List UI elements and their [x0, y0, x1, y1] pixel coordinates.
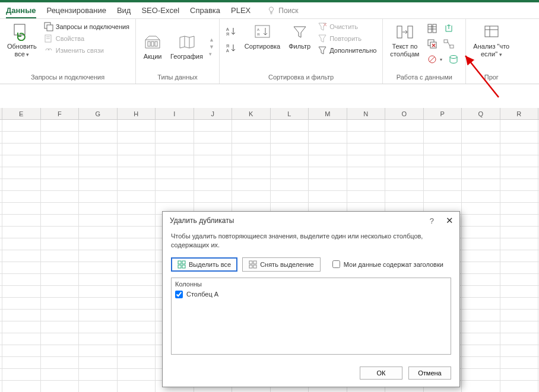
cell[interactable] — [2, 132, 41, 143]
cell[interactable] — [2, 238, 41, 250]
column-header[interactable]: L — [271, 108, 309, 119]
cell[interactable] — [500, 369, 539, 380]
cell[interactable] — [271, 144, 309, 155]
cell[interactable] — [462, 286, 500, 297]
tab-view[interactable]: Вид — [117, 6, 131, 15]
expand-gallery-icon[interactable]: ▾ — [209, 51, 214, 57]
cell[interactable] — [79, 310, 118, 321]
cell[interactable] — [156, 167, 194, 179]
cell[interactable] — [462, 298, 500, 309]
column-header[interactable]: N — [347, 108, 386, 119]
cell[interactable] — [347, 144, 386, 155]
cell[interactable] — [309, 144, 347, 155]
cell[interactable] — [79, 274, 118, 285]
cell[interactable] — [2, 262, 41, 273]
cell[interactable] — [41, 298, 80, 309]
cell[interactable] — [500, 191, 539, 202]
cell[interactable] — [79, 191, 118, 202]
cell[interactable] — [118, 286, 156, 297]
cell[interactable] — [424, 191, 462, 202]
cell[interactable] — [462, 381, 500, 392]
cell[interactable] — [194, 167, 233, 179]
cell[interactable] — [347, 132, 386, 143]
cell[interactable] — [309, 167, 347, 179]
cell[interactable] — [2, 215, 41, 226]
cell[interactable] — [309, 155, 347, 167]
text-to-columns-button[interactable]: Текст постолбцам — [388, 21, 421, 59]
cell[interactable] — [347, 120, 386, 131]
cell[interactable] — [118, 298, 156, 309]
data-validation-button[interactable]: ▾ — [425, 52, 444, 66]
cell[interactable] — [271, 167, 309, 179]
cell[interactable] — [462, 155, 500, 167]
cell[interactable] — [2, 179, 41, 190]
cell[interactable] — [41, 274, 80, 285]
cell[interactable] — [462, 179, 500, 190]
cell[interactable] — [41, 203, 80, 214]
cell[interactable] — [309, 120, 347, 131]
columns-listbox[interactable]: Колонны Столбец A — [171, 278, 451, 355]
cell[interactable] — [79, 132, 118, 143]
cell[interactable] — [156, 155, 194, 167]
search-field[interactable]: Поиск — [267, 7, 298, 15]
tab-seo[interactable]: SEO-Excel — [141, 6, 179, 15]
cell[interactable] — [118, 144, 156, 155]
cell[interactable] — [194, 144, 233, 155]
cell[interactable] — [232, 191, 271, 202]
cell[interactable] — [2, 144, 41, 155]
cell[interactable] — [41, 144, 80, 155]
tab-help[interactable]: Справка — [190, 6, 220, 15]
cell[interactable] — [385, 132, 424, 143]
cell[interactable] — [41, 191, 80, 202]
tab-plex[interactable]: PLEX — [231, 6, 251, 15]
cell[interactable] — [2, 333, 41, 345]
cell[interactable] — [41, 369, 80, 380]
cell[interactable] — [232, 120, 271, 131]
tab-data[interactable]: Данные — [6, 6, 36, 18]
cell[interactable] — [41, 262, 80, 273]
clear-filter-button[interactable]: Очистить — [316, 21, 378, 32]
cell[interactable] — [500, 227, 539, 238]
cell[interactable] — [462, 144, 500, 155]
cell[interactable] — [41, 345, 80, 356]
cell[interactable] — [79, 167, 118, 179]
cell[interactable] — [118, 191, 156, 202]
column-header[interactable]: K — [232, 108, 271, 119]
cell[interactable] — [79, 298, 118, 309]
cell[interactable] — [2, 191, 41, 202]
cell[interactable] — [385, 167, 424, 179]
cell[interactable] — [232, 155, 271, 167]
cell[interactable] — [347, 179, 386, 190]
column-a-item[interactable]: Столбец A — [175, 290, 447, 299]
cell[interactable] — [79, 262, 118, 273]
cell[interactable] — [385, 179, 424, 190]
cell[interactable] — [347, 167, 386, 179]
cell[interactable] — [118, 167, 156, 179]
cell[interactable] — [118, 215, 156, 226]
cell[interactable] — [385, 191, 424, 202]
cell[interactable] — [462, 310, 500, 321]
close-button[interactable]: ✕ — [446, 215, 454, 226]
cell[interactable] — [2, 381, 41, 392]
cell[interactable] — [41, 155, 80, 167]
cell[interactable] — [462, 203, 500, 214]
cell[interactable] — [385, 120, 424, 131]
remove-duplicates-button[interactable] — [425, 37, 439, 51]
cell[interactable] — [500, 310, 539, 321]
cell[interactable] — [2, 167, 41, 179]
cell[interactable] — [271, 132, 309, 143]
cell[interactable] — [156, 120, 194, 131]
cell[interactable] — [500, 345, 539, 356]
cell[interactable] — [500, 274, 539, 285]
cell[interactable] — [424, 167, 462, 179]
cell[interactable] — [500, 333, 539, 345]
cell[interactable] — [271, 155, 309, 167]
cell[interactable] — [2, 286, 41, 297]
properties-button[interactable]: Свойства — [43, 33, 131, 44]
sort-za-button[interactable]: ЯА — [224, 42, 239, 55]
cell[interactable] — [79, 345, 118, 356]
cell[interactable] — [500, 381, 539, 392]
grid-row[interactable] — [0, 144, 539, 155]
cell[interactable] — [309, 132, 347, 143]
cell[interactable] — [2, 357, 41, 368]
